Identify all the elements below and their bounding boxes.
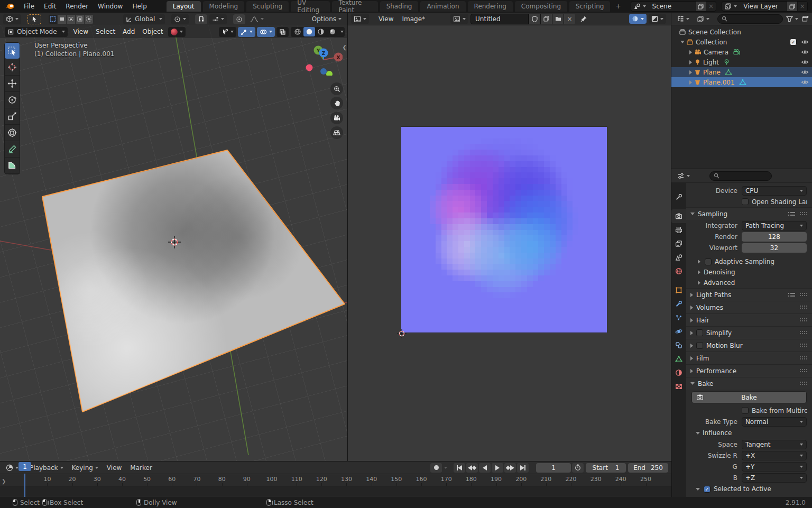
properties-tab-tool[interactable] <box>671 190 686 204</box>
outliner-filter-view-layer-dropdown[interactable] <box>694 14 712 24</box>
frame-end-field[interactable]: End250 <box>628 463 668 473</box>
pivot-point-dropdown[interactable] <box>171 14 189 24</box>
workspace-tab-rendering[interactable]: Rendering <box>468 1 513 12</box>
viewport-menu-view[interactable]: View <box>70 28 92 35</box>
select-mode-lasso[interactable] <box>76 15 85 24</box>
outliner-row-scene-collection[interactable]: Scene Collection <box>671 27 812 37</box>
topbar-menu-edit[interactable]: Edit <box>39 0 61 13</box>
tool-rotate[interactable] <box>5 92 20 108</box>
tool-transform[interactable] <box>5 125 20 141</box>
show-gizmo-toggle[interactable] <box>238 27 255 37</box>
display-channels-dropdown[interactable] <box>649 14 666 24</box>
image-browse-button[interactable] <box>450 14 468 24</box>
properties-tab-output[interactable] <box>671 223 686 237</box>
zoom-view-button[interactable] <box>330 82 343 95</box>
workspace-tab-animation[interactable]: Animation <box>420 1 465 12</box>
properties-tab-view-layer[interactable] <box>671 237 686 251</box>
properties-tab-world[interactable] <box>671 264 686 278</box>
timeline-menu-marker[interactable]: Marker <box>126 464 156 472</box>
select-mode-paint[interactable] <box>85 15 94 24</box>
device-dropdown[interactable]: CPU <box>742 186 807 196</box>
outliner-row-collection[interactable]: Collection ✓ <box>671 37 812 47</box>
new-collection-button[interactable] <box>801 15 809 22</box>
subpanel-denoising[interactable]: Denoising <box>686 267 812 278</box>
blender-logo-icon[interactable] <box>5 3 15 10</box>
image-menu-image[interactable]: Image* <box>398 15 429 23</box>
panel-grip-icon[interactable] <box>799 356 808 361</box>
camera-view-button[interactable] <box>330 112 343 124</box>
editor-type-image-button[interactable] <box>351 14 369 24</box>
tool-move[interactable] <box>5 76 20 92</box>
editor-type-properties-button[interactable] <box>675 171 693 181</box>
selected-to-active-checkbox[interactable]: ✓ <box>704 486 710 493</box>
hide-in-viewport-toggle[interactable] <box>801 79 809 85</box>
tool-scale[interactable] <box>5 108 20 125</box>
navigation-gizmo[interactable]: Y Z X <box>306 44 343 76</box>
simplify-checkbox[interactable] <box>696 329 703 336</box>
current-frame-field[interactable]: 1 <box>536 463 571 473</box>
select-mode-box[interactable] <box>58 15 67 24</box>
properties-tab-scene[interactable] <box>671 251 686 264</box>
scene-unlink-button[interactable]: × <box>706 1 716 12</box>
hide-in-viewport-toggle[interactable] <box>801 49 809 55</box>
panel-grip-icon[interactable] <box>799 343 808 348</box>
image-canvas[interactable] <box>348 25 671 461</box>
properties-tab-texture[interactable] <box>671 380 686 393</box>
prev-keyframe-button[interactable] <box>466 463 478 473</box>
subpanel-header-influence[interactable]: Influence <box>686 427 812 439</box>
timeline-menu-keying[interactable]: Keying <box>68 464 103 472</box>
swizzle-r-dropdown[interactable]: +X <box>742 451 807 460</box>
panel-header-sampling[interactable]: Sampling <box>686 207 812 220</box>
panel-header-simplify[interactable]: Simplify <box>686 326 812 339</box>
adaptive-sampling-checkbox[interactable] <box>705 258 712 265</box>
transform-orientation-dropdown[interactable]: Global <box>123 14 165 24</box>
mode-dropdown[interactable]: Object Mode <box>5 27 68 37</box>
jump-to-end-button[interactable] <box>517 463 529 473</box>
outliner-row-camera[interactable]: Camera <box>671 47 812 57</box>
shading-wireframe-button[interactable] <box>292 28 303 35</box>
image-menu-view[interactable]: View <box>374 15 398 23</box>
panel-grip-icon[interactable] <box>799 318 808 322</box>
play-reverse-button[interactable] <box>479 463 491 473</box>
bake-from-multires-checkbox[interactable] <box>742 407 749 414</box>
view-layer-copy-button[interactable] <box>787 1 797 12</box>
add-workspace-button[interactable]: + <box>611 2 625 11</box>
panel-grip-icon[interactable] <box>799 381 808 386</box>
properties-tab-particles[interactable] <box>671 311 686 325</box>
properties-tab-render[interactable] <box>671 209 686 223</box>
outliner-row-light[interactable]: Light <box>671 57 812 67</box>
playhead-frame-chip[interactable]: 1 <box>19 462 31 471</box>
workspace-tab-scripting[interactable]: Scripting <box>569 1 610 12</box>
next-keyframe-button[interactable] <box>504 463 516 473</box>
viewport-menu-select[interactable]: Select <box>92 28 119 35</box>
timeline-track[interactable] <box>0 486 671 496</box>
tool-cursor[interactable] <box>5 59 20 76</box>
hide-in-viewport-toggle[interactable] <box>801 69 809 75</box>
panel-header-motion-blur[interactable]: Motion Blur <box>686 339 812 352</box>
jump-to-start-button[interactable] <box>454 463 465 473</box>
play-button[interactable] <box>492 463 503 473</box>
select-mode-circle[interactable] <box>67 15 76 24</box>
subpanel-adaptive-sampling[interactable]: Adaptive Sampling <box>686 256 812 267</box>
topbar-menu-help[interactable]: Help <box>127 0 151 13</box>
view-layer-remove-button[interactable]: × <box>797 1 807 12</box>
workspace-tab-modeling[interactable]: Modeling <box>203 1 245 12</box>
image-unlink-button[interactable]: × <box>564 14 575 24</box>
xray-toggle[interactable] <box>276 27 289 37</box>
space-dropdown[interactable]: Tangent <box>742 440 807 449</box>
bake-button[interactable]: Bake <box>691 391 807 403</box>
plane-object[interactable] <box>42 150 345 412</box>
outliner-filter-dropdown[interactable] <box>786 16 798 22</box>
panel-grip-icon[interactable] <box>799 368 808 373</box>
hide-in-viewport-toggle[interactable] <box>801 39 809 45</box>
view-layer-browse-button[interactable] <box>722 3 739 10</box>
panel-header-bake[interactable]: Bake <box>686 377 812 390</box>
tool-select-box[interactable] <box>5 43 20 59</box>
bake-type-dropdown[interactable]: Normal <box>742 417 807 427</box>
tool-annotate[interactable] <box>5 141 20 158</box>
auto-keying-toggle[interactable] <box>430 463 442 473</box>
image-name-field[interactable]: Untitled <box>470 14 529 24</box>
workspace-tab-sculpting[interactable]: Sculpting <box>246 1 289 12</box>
panel-grip-icon[interactable] <box>799 211 808 216</box>
viewport-menu-object[interactable]: Object <box>139 28 167 35</box>
